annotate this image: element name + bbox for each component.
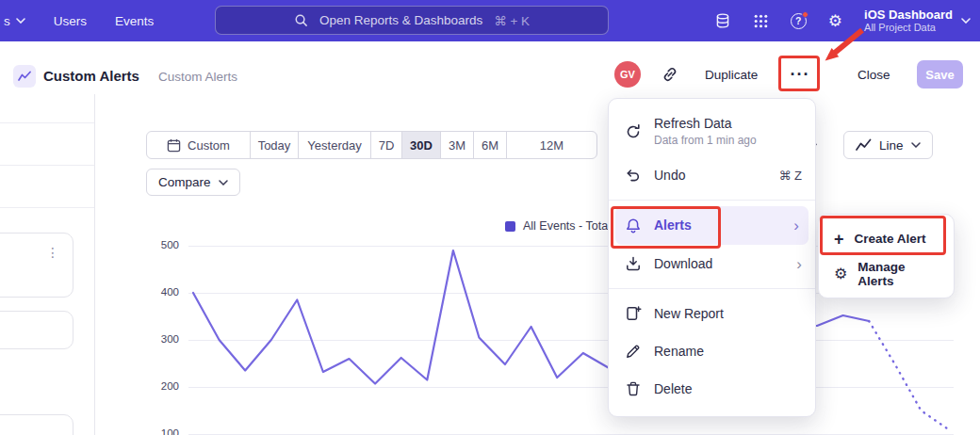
chevron-right-icon: › — [796, 256, 802, 272]
new-report-icon — [625, 305, 642, 322]
compare-button[interactable]: Compare — [146, 169, 240, 196]
alerts-submenu: + Create Alert ⚙ Manage Alerts — [818, 214, 955, 298]
submenu-item-create-alert[interactable]: + Create Alert — [819, 221, 954, 256]
segment-label: 30D — [410, 138, 433, 153]
menu-item-refresh-data[interactable]: Refresh Data Data from 1 min ago — [609, 107, 815, 156]
menu-item-undo[interactable]: Undo ⌘ Z — [609, 156, 815, 194]
undo-icon — [625, 167, 642, 184]
menu-item-download[interactable]: Download › — [609, 245, 815, 282]
chart-legend: All Events - Total — [505, 219, 611, 233]
refresh-icon — [625, 123, 642, 140]
save-button[interactable]: Save — [917, 60, 963, 89]
settings-gear-icon[interactable]: ⚙ — [828, 13, 842, 29]
help-icon[interactable]: ? — [791, 13, 807, 29]
project-selector[interactable]: iOS Dashboard All Project Data — [864, 8, 971, 34]
nav-item-label: Events — [115, 14, 154, 28]
nav-right: ? ⚙ iOS Dashboard All Project Data — [714, 0, 971, 41]
compare-label: Compare — [158, 175, 211, 189]
menu-item-label: Delete — [654, 381, 692, 397]
notification-dot — [802, 11, 808, 18]
search-icon — [294, 13, 308, 27]
menu-item-label: New Report — [654, 306, 724, 322]
segment-label: Yesterday — [307, 138, 361, 153]
menu-item-delete[interactable]: Delete — [609, 370, 815, 408]
nav-item-label: Users — [54, 14, 87, 28]
submenu-item-label: Manage Alerts — [858, 260, 939, 288]
chart-type-button[interactable]: Line — [843, 131, 933, 159]
close-button[interactable]: Close — [858, 68, 890, 82]
page-title: Custom Alerts — [43, 68, 139, 84]
date-segment-today[interactable]: Today — [250, 132, 298, 158]
chart-type-label: Line — [879, 138, 904, 153]
menu-divider — [609, 288, 815, 289]
sidebar-divider — [94, 94, 95, 435]
link-icon[interactable] — [662, 66, 678, 86]
menu-divider — [609, 200, 815, 201]
segment-label: 3M — [449, 138, 466, 153]
menu-item-rename[interactable]: Rename — [609, 332, 815, 370]
chevron-down-icon — [16, 18, 25, 24]
legend-label: All Events - Total — [523, 219, 611, 233]
project-name: iOS Dashboard — [864, 8, 953, 22]
segment-label: 7D — [379, 138, 395, 153]
context-menu: Refresh Data Data from 1 min ago Undo ⌘ … — [608, 98, 816, 417]
nav-item-events[interactable]: Events — [115, 14, 154, 28]
avatar[interactable]: GV — [614, 61, 641, 88]
plus-icon: + — [834, 231, 844, 248]
chevron-down-icon — [219, 180, 228, 185]
y-axis-tick: 100 — [149, 427, 179, 435]
date-segment-custom[interactable]: Custom — [147, 132, 250, 158]
nav-item-users[interactable]: Users — [54, 14, 87, 28]
submenu-item-manage-alerts[interactable]: ⚙ Manage Alerts — [819, 256, 954, 291]
apps-grid-icon[interactable] — [753, 13, 769, 29]
y-axis-tick: 200 — [149, 380, 179, 392]
top-navbar: s Users Events Open Reports & Dashboards… — [0, 0, 980, 41]
date-segment-3m[interactable]: 3M — [440, 132, 473, 158]
menu-item-label: Download — [654, 256, 712, 272]
segment-label: 12M — [540, 138, 564, 153]
more-options-button[interactable]: ··· — [783, 60, 817, 89]
menu-item-label: Refresh Data — [654, 116, 757, 132]
segment-label: Today — [258, 138, 291, 153]
report-icon — [13, 65, 36, 88]
nav-left: s Users Events — [4, 0, 154, 41]
pencil-icon — [625, 343, 642, 360]
y-axis-tick: 300 — [149, 333, 179, 345]
duplicate-button[interactable]: Duplicate — [705, 68, 758, 82]
chevron-down-icon — [911, 142, 921, 148]
breadcrumb: Custom Alerts — [158, 70, 237, 84]
menu-item-label: Rename — [654, 344, 704, 360]
date-segment-7d[interactable]: 7D — [370, 132, 401, 158]
sidebar-separator — [0, 122, 94, 123]
nav-item-boards[interactable]: s — [4, 14, 25, 28]
menu-item-alerts[interactable]: Alerts › — [615, 206, 808, 245]
segment-label: 6M — [482, 138, 498, 153]
submenu-item-label: Create Alert — [855, 232, 926, 246]
sidebar-card[interactable] — [0, 311, 74, 349]
date-segment-30d[interactable]: 30D — [401, 132, 440, 158]
sidebar-separator — [0, 165, 94, 166]
date-segment-yesterday[interactable]: Yesterday — [298, 132, 370, 158]
y-axis-tick: 400 — [149, 286, 179, 298]
search-placeholder: Open Reports & Dashboards — [319, 13, 482, 27]
menu-item-new-report[interactable]: New Report — [609, 295, 815, 332]
data-icon[interactable] — [714, 12, 731, 29]
chevron-right-icon: › — [793, 218, 799, 234]
menu-item-label: Alerts — [654, 218, 692, 234]
search-shortcut: ⌘ + K — [494, 13, 530, 28]
date-segment-6m[interactable]: 6M — [473, 132, 506, 158]
sidebar-card[interactable]: ⋮ — [0, 233, 74, 298]
calendar-icon — [167, 138, 181, 153]
project-scope: All Project Data — [864, 22, 953, 34]
legend-swatch — [505, 221, 515, 232]
kebab-menu-icon[interactable]: ⋮ — [46, 245, 59, 260]
trash-icon — [625, 380, 642, 397]
menu-item-shortcut: ⌘ Z — [778, 169, 802, 183]
sidebar-separator — [0, 207, 94, 208]
global-search[interactable]: Open Reports & Dashboards ⌘ + K — [215, 6, 609, 35]
mini-chart-icon — [18, 71, 31, 82]
menu-item-sublabel: Data from 1 min ago — [654, 134, 757, 148]
date-segment-12m[interactable]: 12M — [506, 132, 596, 158]
sidebar-card[interactable] — [0, 414, 74, 435]
bell-icon — [625, 218, 642, 234]
